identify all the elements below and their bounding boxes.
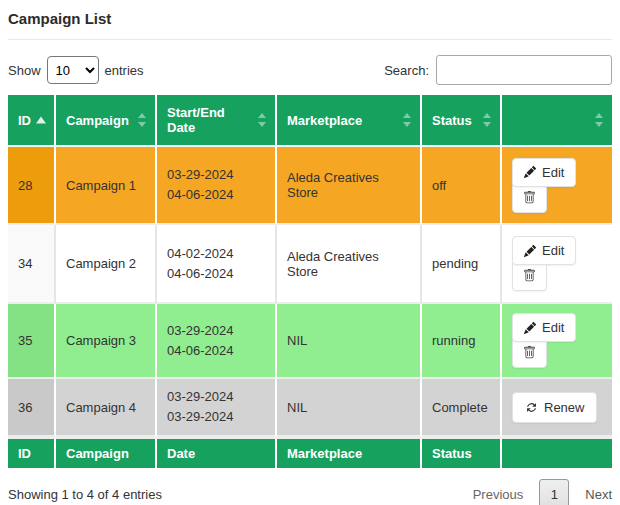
cell-marketplace: Aleda Creatives Store	[277, 225, 422, 304]
cell-marketplace: Aleda Creatives Store	[277, 147, 422, 225]
footer-actions	[502, 437, 612, 468]
campaign-table: ID Campaign Start/End Date Marketplace S…	[8, 95, 612, 468]
end-date: 04-06-2024	[167, 185, 265, 205]
header-campaign[interactable]: Campaign	[56, 95, 157, 147]
table-info-bar: Showing 1 to 4 of 4 entries Previous 1 N…	[8, 478, 612, 505]
edit-button[interactable]: Edit	[512, 158, 576, 187]
pencil-icon	[524, 322, 536, 334]
cell-dates: 03-29-2024 04-06-2024	[157, 147, 277, 225]
edit-button[interactable]: Edit	[512, 236, 576, 265]
cell-marketplace: NIL	[277, 304, 422, 379]
start-date: 03-29-2024	[167, 321, 265, 341]
search-label: Search:	[384, 63, 429, 78]
table-row: 36 Campaign 4 03-29-2024 03-29-2024 NIL …	[8, 379, 612, 437]
header-row: ID Campaign Start/End Date Marketplace S…	[8, 95, 612, 147]
start-date: 03-29-2024	[167, 387, 265, 407]
cell-id: 36	[8, 379, 56, 437]
header-date[interactable]: Start/End Date	[157, 95, 277, 147]
header-actions[interactable]	[502, 95, 612, 147]
footer-id: ID	[8, 437, 56, 468]
edit-button[interactable]: Edit	[512, 313, 576, 342]
footer-row: ID Campaign Date Marketplace Status	[8, 437, 612, 468]
sort-asc-icon	[36, 117, 46, 124]
start-date: 04-02-2024	[167, 244, 265, 264]
cell-actions: Edit	[502, 304, 612, 379]
page-title: Campaign List	[8, 10, 612, 27]
cell-id: 34	[8, 225, 56, 304]
cell-actions: Renew	[502, 379, 612, 437]
show-label: Show	[8, 63, 41, 78]
previous-button[interactable]: Previous	[473, 487, 524, 502]
header-id[interactable]: ID	[8, 95, 56, 147]
cell-campaign: Campaign 1	[56, 147, 157, 225]
cell-campaign: Campaign 4	[56, 379, 157, 437]
pencil-icon	[524, 166, 536, 178]
header-marketplace[interactable]: Marketplace	[277, 95, 422, 147]
end-date: 03-29-2024	[167, 407, 265, 427]
footer-campaign: Campaign	[56, 437, 157, 468]
trash-icon	[523, 269, 536, 282]
next-button[interactable]: Next	[585, 487, 612, 502]
footer-status: Status	[422, 437, 502, 468]
divider	[8, 39, 612, 40]
start-date: 03-29-2024	[167, 165, 265, 185]
table-body: 28 Campaign 1 03-29-2024 04-06-2024 Aled…	[8, 147, 612, 437]
table-controls: Show 10 entries Search:	[8, 55, 612, 85]
end-date: 04-06-2024	[167, 264, 265, 284]
end-date: 04-06-2024	[167, 341, 265, 361]
header-status[interactable]: Status	[422, 95, 502, 147]
sort-both-icon	[482, 113, 492, 127]
page-length-control: Show 10 entries	[8, 56, 144, 84]
footer-date: Date	[157, 437, 277, 468]
cell-status: Complete	[422, 379, 502, 437]
cell-dates: 03-29-2024 03-29-2024	[157, 379, 277, 437]
footer-marketplace: Marketplace	[277, 437, 422, 468]
search-input[interactable]	[436, 55, 612, 85]
entries-summary: Showing 1 to 4 of 4 entries	[8, 487, 162, 502]
cell-campaign: Campaign 2	[56, 225, 157, 304]
pagination: Previous 1 Next	[473, 479, 612, 505]
cell-actions: Edit	[502, 225, 612, 304]
sort-both-icon	[402, 113, 412, 127]
search-control: Search:	[384, 55, 612, 85]
cell-status: running	[422, 304, 502, 379]
renew-button[interactable]: Renew	[512, 392, 597, 423]
sort-both-icon	[257, 113, 267, 127]
table-row: 34 Campaign 2 04-02-2024 04-06-2024 Aled…	[8, 225, 612, 304]
campaign-list-page: Campaign List Show 10 entries Search: ID	[0, 0, 620, 505]
entries-label: entries	[105, 63, 144, 78]
cell-status: off	[422, 147, 502, 225]
page-1-button[interactable]: 1	[539, 479, 569, 505]
sort-both-icon	[137, 113, 147, 127]
sort-both-icon	[594, 113, 604, 127]
cell-campaign: Campaign 3	[56, 304, 157, 379]
table-footer-header: ID Campaign Date Marketplace Status	[8, 437, 612, 468]
table-header: ID Campaign Start/End Date Marketplace S…	[8, 95, 612, 147]
table-row: 35 Campaign 3 03-29-2024 04-06-2024 NIL …	[8, 304, 612, 379]
refresh-icon	[525, 401, 538, 414]
cell-marketplace: NIL	[277, 379, 422, 437]
cell-id: 35	[8, 304, 56, 379]
cell-id: 28	[8, 147, 56, 225]
cell-actions: Edit	[502, 147, 612, 225]
cell-dates: 04-02-2024 04-06-2024	[157, 225, 277, 304]
page-size-select[interactable]: 10	[47, 56, 99, 84]
table-row: 28 Campaign 1 03-29-2024 04-06-2024 Aled…	[8, 147, 612, 225]
trash-icon	[523, 346, 536, 359]
trash-icon	[523, 191, 536, 204]
cell-status: pending	[422, 225, 502, 304]
pencil-icon	[524, 245, 536, 257]
cell-dates: 03-29-2024 04-06-2024	[157, 304, 277, 379]
